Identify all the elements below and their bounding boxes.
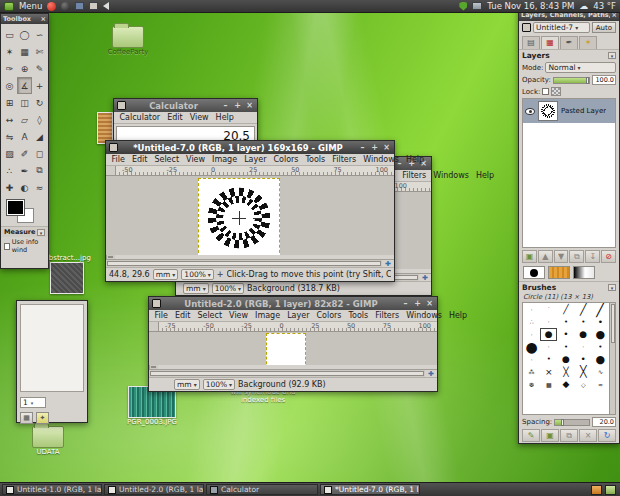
toolbox-tool[interactable]: ▭ — [2, 26, 17, 43]
toolbox-tool[interactable]: ◫ — [17, 94, 32, 111]
spacing-value[interactable]: 20.0 — [592, 417, 616, 427]
menu-item[interactable]: View — [183, 155, 209, 164]
distro-menu-icon[interactable] — [4, 2, 14, 11]
checkbox[interactable] — [4, 243, 10, 250]
menu-item[interactable]: View — [186, 113, 212, 122]
brush-item[interactable]: ≈ — [592, 378, 609, 391]
zoom-select[interactable]: 100% — [212, 283, 244, 294]
close-button[interactable]: × — [245, 100, 254, 111]
menu-item[interactable]: Windows — [430, 171, 473, 180]
menu-item[interactable]: Layer — [284, 311, 313, 320]
brush-item[interactable]: ● — [540, 328, 557, 341]
brush-item[interactable]: • — [557, 341, 574, 354]
desktop-icon-pgr[interactable]: PGR_0003.JPG — [124, 386, 180, 426]
brush-item[interactable]: • — [592, 341, 609, 354]
brush-item[interactable]: • — [575, 316, 592, 329]
brush-item[interactable]: ● — [592, 328, 609, 341]
brush-item[interactable]: ˙ — [540, 303, 557, 316]
menu-item[interactable]: Help — [445, 311, 470, 320]
mode-select[interactable]: Normal — [545, 62, 616, 73]
menu-item[interactable]: Image — [252, 311, 284, 320]
horizontal-scrollbar[interactable] — [149, 369, 425, 377]
layer-op-button[interactable]: ▣ — [522, 250, 537, 263]
menu-item[interactable]: Filters — [372, 311, 403, 320]
security-shield-icon[interactable] — [459, 2, 467, 11]
layer-op-button[interactable]: ⊘ — [601, 250, 616, 263]
menu-item[interactable]: File — [151, 311, 171, 320]
minimize-button[interactable]: – — [401, 298, 410, 309]
brush-item[interactable]: ╳ — [575, 366, 592, 379]
lock-checkbox[interactable] — [542, 88, 549, 95]
brush-item[interactable]: ◆ — [557, 378, 574, 391]
canvas[interactable] — [106, 176, 394, 255]
toolbox-tool[interactable]: ◐ — [17, 179, 32, 196]
menu-item[interactable]: Layer — [241, 155, 270, 164]
menu-item[interactable]: Tools — [345, 311, 372, 320]
show-desktop-icon[interactable] — [605, 485, 616, 495]
menu-item[interactable]: Colors — [270, 155, 302, 164]
menu-item[interactable]: Edit — [171, 311, 194, 320]
dock-tab[interactable]: ▤ — [522, 36, 540, 49]
desktop-icon-abstract[interactable]: Abstract...jpg — [44, 254, 90, 294]
menu-item[interactable]: Help — [212, 113, 237, 122]
toolbox-tool[interactable]: ▨ — [2, 145, 17, 162]
brush-item[interactable]: ╱ — [557, 303, 574, 316]
toolbox-tool[interactable]: ∴ — [2, 162, 17, 179]
auto-button[interactable]: Auto — [592, 22, 616, 33]
menu-item[interactable]: Edit — [128, 155, 151, 164]
clock[interactable]: Tue Nov 16, 8:43 PM — [487, 1, 574, 11]
toolbox-tool[interactable]: ▱ — [17, 111, 32, 128]
unit-select[interactable]: mm — [153, 269, 179, 280]
toolbox-tool[interactable]: ⊞ — [2, 94, 17, 111]
visibility-eye-icon[interactable] — [525, 108, 535, 115]
brush-item[interactable]: ╱ — [575, 303, 592, 316]
toolbox-tool[interactable]: ✎ — [32, 60, 47, 77]
menu-item[interactable]: Image — [209, 155, 241, 164]
brush-item[interactable]: ● — [557, 353, 574, 366]
opacity-slider[interactable] — [553, 77, 590, 84]
unit-select[interactable]: mm — [183, 283, 209, 294]
toolbox-tool[interactable]: ⧉ — [32, 162, 47, 179]
active-brush-swatch[interactable] — [523, 266, 545, 279]
brush-op-button[interactable]: ⧉ — [560, 429, 578, 442]
minimize-button[interactable]: – — [221, 100, 230, 111]
brush-op-button[interactable]: ↻ — [598, 429, 616, 442]
taskbar-item[interactable]: *Untitled-7.0 (RGB, 1 l... — [320, 484, 420, 495]
zoom-select[interactable]: 100% — [181, 269, 213, 280]
toolbox-tool[interactable]: ✑ — [2, 60, 17, 77]
layers-dialog[interactable]: Layers, Channels, Paths, × Untitled-7 Au… — [518, 8, 620, 444]
menu-item[interactable]: File — [108, 155, 128, 164]
toolbox-tool[interactable]: ↻ — [32, 94, 47, 111]
layer-op-button[interactable]: ▼ — [554, 250, 569, 263]
canvas[interactable] — [149, 332, 437, 365]
network-icon[interactable] — [472, 2, 482, 10]
menu-item[interactable]: Help — [402, 155, 427, 164]
color-area[interactable] — [5, 199, 44, 225]
layer-list[interactable]: Pasted Layer — [522, 98, 616, 248]
close-icon[interactable]: × — [41, 15, 46, 23]
toolbox-tool[interactable]: ∽ — [32, 26, 47, 43]
brush-item[interactable]: • — [592, 316, 609, 329]
toolbox-tool[interactable]: ◻ — [32, 145, 47, 162]
brush-item[interactable]: ● — [592, 353, 609, 366]
close-button[interactable]: × — [425, 298, 434, 309]
menu-item[interactable]: Select — [151, 155, 183, 164]
toolbox-tool[interactable]: + — [32, 77, 47, 94]
toolbox-tool[interactable]: ≈ — [32, 179, 47, 196]
brush-item[interactable]: ● — [523, 341, 540, 354]
brush-item[interactable]: · — [540, 316, 557, 329]
desktop-icon-coffeeparty[interactable]: CoffeeParty — [96, 26, 160, 56]
toolbox-tool[interactable]: ✄ — [32, 43, 47, 60]
layer-op-button[interactable]: ▲ — [538, 250, 553, 263]
toolbox-tool[interactable]: ⊕ — [17, 60, 32, 77]
brush-item[interactable]: · — [540, 341, 557, 354]
value-spinbox[interactable]: 1 — [20, 397, 46, 408]
active-pattern-swatch[interactable] — [548, 266, 570, 279]
zoom-select[interactable]: 100% — [203, 379, 235, 390]
menu-item[interactable]: Tools — [302, 155, 329, 164]
layer-name[interactable]: Pasted Layer — [561, 107, 606, 115]
opacity-value[interactable]: 100.0 — [592, 75, 616, 85]
unit-select[interactable]: mm — [174, 379, 200, 390]
gimp-toolbox-window[interactable]: Toolbox × ▭◯∽✶▦✄✑⊕✎◎∡+⊞◫↻↔▱◊⇋A◢▨✐◻∴✒⧉✚◐≈… — [0, 13, 49, 269]
brush-op-button[interactable]: ✎ — [522, 429, 540, 442]
